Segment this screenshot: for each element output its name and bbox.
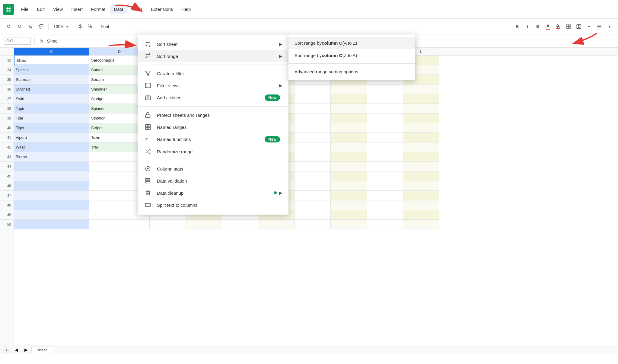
cell-k45[interactable] <box>367 171 403 181</box>
sort-z-a-item[interactable]: Sort range by column C (Z to A) <box>288 49 415 62</box>
menu-view[interactable]: View <box>49 5 66 14</box>
print-button[interactable]: 🖨 <box>25 22 35 31</box>
cell-k36[interactable] <box>367 85 403 94</box>
cell-l44[interactable] <box>403 162 439 171</box>
add-sheet-button[interactable]: + <box>2 346 11 354</box>
menu-format[interactable]: Format <box>88 5 109 14</box>
advanced-sort-item[interactable]: Advanced range sorting options <box>288 65 415 78</box>
sheet-nav-right[interactable]: ▶ <box>22 346 30 354</box>
cell-i37[interactable] <box>295 94 331 104</box>
borders-button[interactable] <box>564 22 573 31</box>
cell-i38[interactable] <box>295 104 331 113</box>
cell-l43[interactable] <box>403 152 439 162</box>
sheet-tab-1[interactable]: Sheet1 <box>31 346 54 353</box>
cell-i46[interactable] <box>295 181 331 191</box>
create-filter-item[interactable]: Create a filter <box>138 67 288 79</box>
merge-button[interactable] <box>574 22 584 31</box>
cell-ref-input[interactable] <box>4 37 31 45</box>
zoom-selector[interactable]: 100% ▼ <box>51 24 72 30</box>
cell-k46[interactable] <box>367 181 403 191</box>
column-stats-item[interactable]: Column stats <box>138 163 288 175</box>
strikethrough-button[interactable]: S <box>533 22 543 31</box>
cell-c38[interactable]: Tapir <box>14 104 89 113</box>
cell-l38[interactable] <box>403 104 439 113</box>
italic-button[interactable]: I <box>523 22 532 31</box>
cell-i49[interactable] <box>295 210 331 220</box>
cell-l36[interactable] <box>403 85 439 94</box>
cell-j44[interactable] <box>331 162 367 171</box>
randomize-range-item[interactable]: Randomize range <box>138 145 288 158</box>
fill-color-button[interactable] <box>553 22 563 31</box>
cell-l42[interactable] <box>403 142 439 152</box>
named-ranges-item[interactable]: Named ranges <box>138 121 288 133</box>
cell-i48[interactable] <box>295 200 331 210</box>
cell-c49[interactable] <box>14 210 89 220</box>
cell-i50[interactable] <box>295 220 331 229</box>
cell-j37[interactable] <box>331 94 367 104</box>
sort-range-item[interactable]: Sort range ▶ <box>138 50 288 62</box>
filter-views-item[interactable]: Filter views ▶ <box>138 79 288 91</box>
cell-l41[interactable] <box>403 133 439 142</box>
add-slicer-item[interactable]: Add a slicer New <box>138 91 288 104</box>
cell-g50[interactable] <box>222 220 258 229</box>
cell-j45[interactable] <box>331 171 367 181</box>
menu-file[interactable]: File <box>18 5 32 14</box>
menu-insert[interactable]: Insert <box>68 5 86 14</box>
cell-c47[interactable] <box>14 191 89 200</box>
cell-j42[interactable] <box>331 142 367 152</box>
cell-l47[interactable] <box>403 191 439 200</box>
currency-button[interactable]: $ <box>77 23 84 30</box>
sort-a-z-item[interactable]: Sort range by column C (A to Z) <box>288 37 415 49</box>
redo-button[interactable]: ↻ <box>14 22 24 31</box>
cell-l40[interactable] <box>403 123 439 133</box>
cell-c39[interactable]: Tide <box>14 113 89 123</box>
cell-i42[interactable] <box>295 142 331 152</box>
underline-color-button[interactable]: A <box>543 22 553 31</box>
undo-button[interactable]: ↺ <box>4 22 13 31</box>
align-button[interactable] <box>594 22 604 31</box>
sheet-nav-left[interactable]: ◀ <box>12 346 21 354</box>
cell-i40[interactable] <box>295 123 331 133</box>
cell-j47[interactable] <box>331 191 367 200</box>
cell-k47[interactable] <box>367 191 403 200</box>
cell-i47[interactable] <box>295 191 331 200</box>
cell-c48[interactable] <box>14 200 89 210</box>
cell-h50[interactable] <box>258 220 295 229</box>
cell-j39[interactable] <box>331 113 367 123</box>
cell-c37[interactable]: Swirl <box>14 94 89 104</box>
cell-c41[interactable]: Vipera <box>14 133 89 142</box>
data-validation-item[interactable]: Data validation <box>138 175 288 187</box>
cell-i44[interactable] <box>295 162 331 171</box>
cell-c45[interactable] <box>14 171 89 181</box>
cell-c40[interactable]: Tiger <box>14 123 89 133</box>
cell-k38[interactable] <box>367 104 403 113</box>
cell-j40[interactable] <box>331 123 367 133</box>
cell-f50[interactable] <box>186 220 222 229</box>
cell-c42[interactable]: Wasp <box>14 142 89 152</box>
cell-l49[interactable] <box>403 210 439 220</box>
cell-l45[interactable] <box>403 171 439 181</box>
split-text-item[interactable]: Split text to columns <box>138 199 288 211</box>
data-cleanup-item[interactable]: Data cleanup ▶ <box>138 187 288 199</box>
cell-c34[interactable]: Speckle <box>14 65 89 75</box>
bold-button[interactable]: B <box>512 22 522 31</box>
cell-i39[interactable] <box>295 113 331 123</box>
cell-k39[interactable] <box>367 113 403 123</box>
cell-c35[interactable]: Starmap <box>14 75 89 85</box>
cell-k42[interactable] <box>367 142 403 152</box>
named-functions-item[interactable]: Σ Named functions New <box>138 133 288 145</box>
cell-l37[interactable] <box>403 94 439 104</box>
cell-j36[interactable] <box>331 85 367 94</box>
cell-j48[interactable] <box>331 200 367 210</box>
cell-j41[interactable] <box>331 133 367 142</box>
cell-l50[interactable] <box>403 220 439 229</box>
cell-k50[interactable] <box>367 220 403 229</box>
cell-i41[interactable] <box>295 133 331 142</box>
format-paint-button[interactable] <box>36 22 46 31</box>
cell-j50[interactable] <box>331 220 367 229</box>
cell-c50[interactable] <box>14 220 89 229</box>
cell-l46[interactable] <box>403 181 439 191</box>
menu-help[interactable]: Help <box>178 5 194 14</box>
cell-c46[interactable] <box>14 181 89 191</box>
cell-e50[interactable] <box>150 220 186 229</box>
